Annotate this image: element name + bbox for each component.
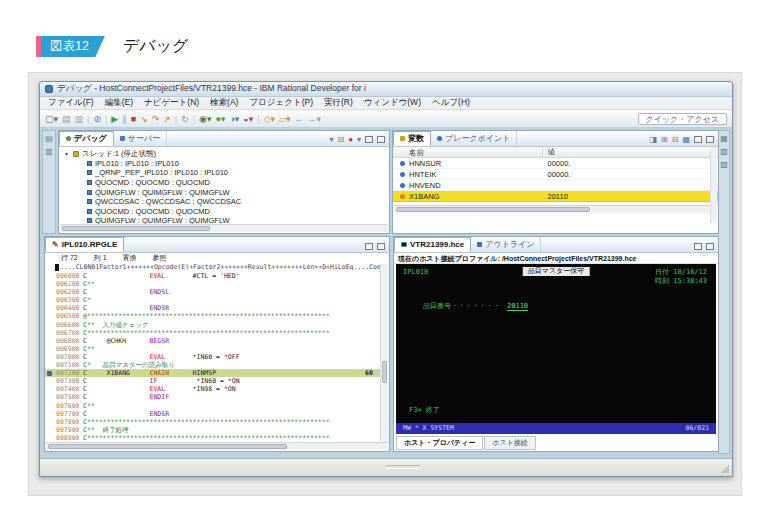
host-bottom-tab[interactable]: ホスト・プロパティー <box>396 436 483 450</box>
minimize-view-button[interactable] <box>694 136 702 143</box>
stack-frame-row[interactable]: QUIMGFLW : QUIMGFLW : QUIMGFLW <box>63 187 389 197</box>
restore-debug-view-button[interactable]: ▤ <box>45 134 53 144</box>
refresh-button[interactable]: ↻ <box>181 111 189 127</box>
variable-row[interactable]: HNTEIK 00000. <box>393 169 718 180</box>
breakpoint-gutter[interactable] <box>45 402 54 410</box>
breakpoint-gutter[interactable] <box>45 353 54 361</box>
breakpoint-gutter[interactable] <box>45 434 54 442</box>
columns-layout-button[interactable]: ▦ <box>682 135 690 144</box>
breakpoint-gutter[interactable] <box>45 272 54 280</box>
menu-item[interactable]: ウィンドウ(W) <box>364 97 421 109</box>
maximize-view-button[interactable] <box>706 136 714 143</box>
view-menu-button[interactable]: ▾ <box>357 135 361 144</box>
resume-button[interactable]: ▶ <box>111 111 118 127</box>
breakpoint-gutter[interactable] <box>45 337 54 345</box>
editor-line[interactable]: 006100 C** <box>45 280 380 288</box>
collapse-all-button[interactable]: ⊟ <box>337 135 344 144</box>
suspend-button[interactable]: ∥ <box>122 111 127 127</box>
tab-servers[interactable]: サーバー <box>114 131 167 146</box>
variable-row[interactable]: HNVEND <box>393 180 718 191</box>
collapse-all-button[interactable]: ⊟ <box>672 135 679 144</box>
menu-item[interactable]: 編集(E) <box>105 97 133 109</box>
variables-horizontal-scrollbar[interactable] <box>394 205 717 213</box>
editor-line[interactable]: 006700 C********************************… <box>45 329 380 337</box>
expand-icon[interactable]: ▾ <box>63 150 70 157</box>
debug-menu-button[interactable]: ◉▾ <box>199 111 211 127</box>
toolbar-separator[interactable]: | <box>193 111 195 127</box>
editor-line[interactable]: 007100 C* 品目マスターの読み取り <box>45 361 380 369</box>
breakpoint-gutter[interactable] <box>45 288 54 296</box>
breakpoint-gutter[interactable] <box>45 410 54 418</box>
editor-line[interactable]: 006600 C** 入力値チェック <box>45 321 380 329</box>
show-type-names-button[interactable]: ◨ <box>649 135 657 144</box>
tab-hce[interactable]: VTR21399.hce <box>394 237 471 252</box>
maximize-view-button[interactable] <box>377 136 385 143</box>
editor-line[interactable]: 007300 C IF *IN60 = *ON <box>45 377 380 385</box>
editor-line[interactable]: 007400 C EVAL *IN98 = *ON <box>45 385 380 393</box>
editor-line[interactable]: 008000 C********************************… <box>45 434 380 442</box>
editor-vertical-scrollbar[interactable] <box>380 264 388 441</box>
back-button[interactable]: ← <box>295 111 304 127</box>
breakpoint-gutter[interactable] <box>45 377 54 385</box>
breakpoint-gutter[interactable] <box>45 385 54 393</box>
column-name[interactable]: 名前 <box>393 147 543 158</box>
terminate-all-button[interactable]: ● <box>348 135 353 144</box>
stack-frame-row[interactable]: QWCCDSAC : QWCCDSAC : QWCCDSAC <box>63 197 389 207</box>
terminate-button[interactable]: ■ <box>131 111 136 127</box>
minimize-view-button[interactable] <box>365 136 373 143</box>
new-wizard-button[interactable]: ▢▾ <box>45 111 58 127</box>
resize-handle[interactable] <box>721 465 729 473</box>
variable-row[interactable]: HNNSUR 00000. <box>393 158 718 169</box>
open-type-button[interactable]: ◇▾ <box>264 111 275 127</box>
menu-item[interactable]: ファイル(F) <box>48 97 94 109</box>
menu-item[interactable]: プロジェクト(P) <box>249 97 313 109</box>
coverage-menu-button[interactable]: ◒▾ <box>243 111 253 127</box>
column-value[interactable]: 値 <box>543 147 556 157</box>
breakpoint-gutter[interactable] <box>45 312 54 320</box>
external-tools-menu-button[interactable]: ◑▾ <box>229 111 239 127</box>
toolbar-separator[interactable]: | <box>105 111 107 127</box>
editor-line[interactable]: 007600 C** <box>45 402 380 410</box>
tab-debug[interactable]: デバッグ <box>59 131 114 146</box>
breakpoint-gutter[interactable] <box>45 329 54 337</box>
editor-line[interactable]: 007000 C EVAL *IN60 = *OFF <box>45 353 380 361</box>
forward-button[interactable]: →▾ <box>308 111 322 127</box>
variables-vertical-scrollbar[interactable] <box>710 148 717 223</box>
step-over-button[interactable]: ↷ <box>152 111 160 127</box>
stack-frame-row[interactable]: QUOCMD : QUOCMD : QUOCMD <box>63 207 389 217</box>
minimize-view-button[interactable] <box>694 243 702 250</box>
open-resource-button[interactable]: ▱▾ <box>279 111 290 127</box>
editor-line[interactable]: 006500 @********************************… <box>45 312 380 320</box>
step-into-button[interactable]: ↘ <box>140 111 148 127</box>
view-layout-button[interactable]: ▾ <box>329 135 333 144</box>
breakpoint-gutter[interactable] <box>45 361 54 369</box>
breakpoint-gutter[interactable] <box>45 321 54 329</box>
breakpoint-gutter[interactable] <box>45 345 54 353</box>
quick-access-button[interactable]: クイック・アクセス <box>638 113 728 125</box>
breakpoint-gutter[interactable] <box>45 418 54 426</box>
restore-servers-view-button[interactable]: ▥ <box>45 147 53 157</box>
debug-horizontal-scrollbar[interactable] <box>60 224 388 232</box>
editor-line[interactable]: 006200 C ENDSL <box>45 288 380 296</box>
item-number-field[interactable]: 20110 <box>507 302 528 311</box>
editor-horizontal-scrollbar[interactable] <box>46 442 388 450</box>
maximize-view-button[interactable] <box>377 243 385 250</box>
editor-line[interactable]: 006400 C ENDSR <box>45 304 380 312</box>
editor-line[interactable]: 006800 C @CHKH BEGSR <box>45 337 380 345</box>
menu-item[interactable]: ヘルプ(H) <box>432 97 470 109</box>
open-perspective-button[interactable]: ▦ <box>720 134 728 144</box>
minimize-view-button[interactable] <box>365 243 373 250</box>
breakpoint-gutter[interactable] <box>45 304 54 312</box>
stack-frame-row[interactable]: _QRNP_PEP_IPL010 : IPL010 : IPL010 <box>63 168 389 178</box>
breakpoint-gutter[interactable] <box>45 393 54 401</box>
tab-breakpoints[interactable]: ブレークポイント <box>431 131 517 146</box>
step-return-button[interactable]: ↗ <box>163 111 171 127</box>
terminal-screen[interactable]: IPL010 品目マスター保守 日付 10/16/12 時刻 15:38:43 … <box>396 264 716 434</box>
thread-row[interactable]: ▾ スレッド:1 (停止状態) <box>63 149 389 159</box>
variable-row[interactable]: X1BANG 20110 <box>393 191 718 202</box>
show-logical-structure-button[interactable]: ⊞ <box>661 135 668 144</box>
editor-line[interactable]: 007900 C** 終了処理 <box>45 426 380 434</box>
breakpoint-gutter[interactable] <box>45 369 54 377</box>
menu-item[interactable]: ナビゲート(N) <box>144 97 199 109</box>
editor-line[interactable]: 006000 C EVAL #CTL = 'HED' <box>45 272 380 280</box>
